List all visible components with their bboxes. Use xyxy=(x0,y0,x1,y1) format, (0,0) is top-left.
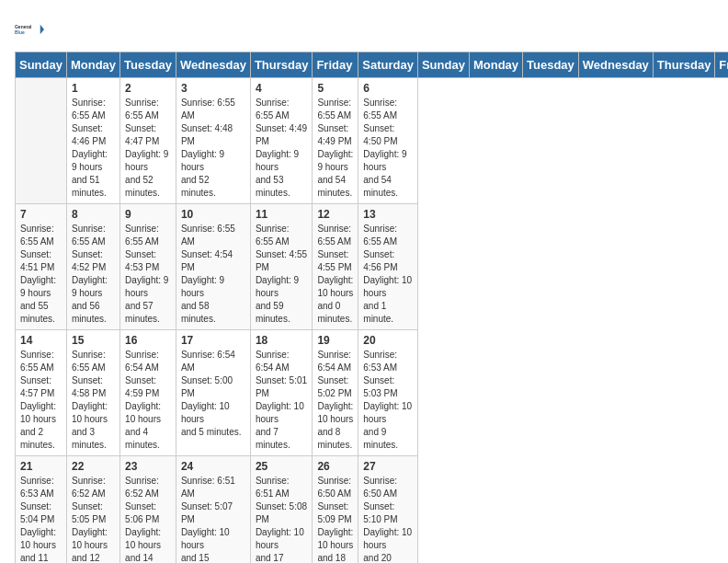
day-cell: 14Sunrise: 6:55 AM Sunset: 4:57 PM Dayli… xyxy=(16,330,67,456)
day-info: Sunrise: 6:55 AM Sunset: 4:57 PM Dayligh… xyxy=(20,349,62,452)
day-number: 13 xyxy=(363,208,413,221)
col-header-saturday: Saturday xyxy=(358,52,418,78)
day-info: Sunrise: 6:52 AM Sunset: 5:06 PM Dayligh… xyxy=(125,475,171,563)
day-number: 12 xyxy=(317,208,353,221)
col-header-wednesday: Wednesday xyxy=(578,52,653,78)
day-number: 5 xyxy=(317,82,353,95)
day-number: 20 xyxy=(363,334,413,347)
col-header-tuesday: Tuesday xyxy=(120,52,176,78)
col-header-wednesday: Wednesday xyxy=(176,52,250,78)
day-number: 6 xyxy=(363,82,413,95)
day-info: Sunrise: 6:53 AM Sunset: 5:04 PM Dayligh… xyxy=(20,475,62,563)
svg-text:General: General xyxy=(15,25,32,29)
day-number: 21 xyxy=(20,460,62,473)
day-info: Sunrise: 6:55 AM Sunset: 4:46 PM Dayligh… xyxy=(72,97,115,200)
day-info: Sunrise: 6:53 AM Sunset: 5:03 PM Dayligh… xyxy=(363,349,413,452)
day-number: 18 xyxy=(256,334,308,347)
day-info: Sunrise: 6:54 AM Sunset: 5:02 PM Dayligh… xyxy=(317,349,353,452)
day-number: 7 xyxy=(20,208,62,221)
col-header-friday: Friday xyxy=(313,52,358,78)
day-cell: 22Sunrise: 6:52 AM Sunset: 5:05 PM Dayli… xyxy=(66,456,119,564)
day-number: 26 xyxy=(317,460,353,473)
day-info: Sunrise: 6:55 AM Sunset: 4:49 PM Dayligh… xyxy=(256,97,308,200)
day-number: 25 xyxy=(256,460,308,473)
day-number: 4 xyxy=(256,82,308,95)
day-cell: 23Sunrise: 6:52 AM Sunset: 5:06 PM Dayli… xyxy=(120,456,176,564)
col-header-friday: Friday xyxy=(715,52,728,78)
day-cell: 24Sunrise: 6:51 AM Sunset: 5:07 PM Dayli… xyxy=(176,456,250,564)
day-info: Sunrise: 6:54 AM Sunset: 5:00 PM Dayligh… xyxy=(181,349,245,439)
svg-text:Blue: Blue xyxy=(15,30,25,35)
col-header-thursday: Thursday xyxy=(250,52,313,78)
day-number: 19 xyxy=(317,334,353,347)
week-row-4: 21Sunrise: 6:53 AM Sunset: 5:04 PM Dayli… xyxy=(16,456,729,564)
day-number: 10 xyxy=(181,208,245,221)
day-number: 2 xyxy=(125,82,171,95)
day-info: Sunrise: 6:55 AM Sunset: 4:58 PM Dayligh… xyxy=(72,349,115,452)
day-info: Sunrise: 6:55 AM Sunset: 4:55 PM Dayligh… xyxy=(256,223,308,326)
col-header-monday: Monday xyxy=(469,52,522,78)
col-header-sunday: Sunday xyxy=(417,52,469,78)
day-cell: 15Sunrise: 6:55 AM Sunset: 4:58 PM Dayli… xyxy=(66,330,119,456)
col-header-thursday: Thursday xyxy=(653,52,715,78)
day-info: Sunrise: 6:54 AM Sunset: 4:59 PM Dayligh… xyxy=(125,349,171,452)
day-info: Sunrise: 6:51 AM Sunset: 5:08 PM Dayligh… xyxy=(256,475,308,563)
day-cell: 1Sunrise: 6:55 AM Sunset: 4:46 PM Daylig… xyxy=(66,78,119,204)
day-cell: 20Sunrise: 6:53 AM Sunset: 5:03 PM Dayli… xyxy=(358,330,418,456)
day-info: Sunrise: 6:55 AM Sunset: 4:50 PM Dayligh… xyxy=(363,97,413,200)
day-info: Sunrise: 6:55 AM Sunset: 4:56 PM Dayligh… xyxy=(363,223,413,326)
calendar-table: SundayMondayTuesdayWednesdayThursdayFrid… xyxy=(15,52,728,563)
col-header-tuesday: Tuesday xyxy=(523,52,579,78)
week-row-3: 14Sunrise: 6:55 AM Sunset: 4:57 PM Dayli… xyxy=(16,330,729,456)
day-info: Sunrise: 6:55 AM Sunset: 4:47 PM Dayligh… xyxy=(125,97,171,200)
col-header-sunday: Sunday xyxy=(16,52,67,78)
week-row-1: 1Sunrise: 6:55 AM Sunset: 4:46 PM Daylig… xyxy=(16,78,729,204)
page-header: GeneralBlue xyxy=(15,15,713,44)
day-cell: 7Sunrise: 6:55 AM Sunset: 4:51 PM Daylig… xyxy=(16,204,67,330)
day-cell: 16Sunrise: 6:54 AM Sunset: 4:59 PM Dayli… xyxy=(120,330,176,456)
logo: GeneralBlue xyxy=(15,15,44,44)
day-info: Sunrise: 6:55 AM Sunset: 4:51 PM Dayligh… xyxy=(20,223,62,326)
day-cell: 6Sunrise: 6:55 AM Sunset: 4:50 PM Daylig… xyxy=(358,78,418,204)
day-info: Sunrise: 6:51 AM Sunset: 5:07 PM Dayligh… xyxy=(181,475,245,563)
day-cell: 12Sunrise: 6:55 AM Sunset: 4:55 PM Dayli… xyxy=(313,204,358,330)
day-number: 1 xyxy=(72,82,115,95)
day-cell xyxy=(16,78,67,204)
day-cell: 13Sunrise: 6:55 AM Sunset: 4:56 PM Dayli… xyxy=(358,204,418,330)
day-number: 24 xyxy=(181,460,245,473)
day-info: Sunrise: 6:55 AM Sunset: 4:52 PM Dayligh… xyxy=(72,223,115,326)
col-header-monday: Monday xyxy=(66,52,119,78)
day-cell: 3Sunrise: 6:55 AM Sunset: 4:48 PM Daylig… xyxy=(176,78,250,204)
day-cell: 5Sunrise: 6:55 AM Sunset: 4:49 PM Daylig… xyxy=(313,78,358,204)
day-number: 8 xyxy=(72,208,115,221)
day-cell: 8Sunrise: 6:55 AM Sunset: 4:52 PM Daylig… xyxy=(66,204,119,330)
day-number: 14 xyxy=(20,334,62,347)
day-cell: 4Sunrise: 6:55 AM Sunset: 4:49 PM Daylig… xyxy=(250,78,313,204)
day-cell: 17Sunrise: 6:54 AM Sunset: 5:00 PM Dayli… xyxy=(176,330,250,456)
day-number: 17 xyxy=(181,334,245,347)
day-number: 16 xyxy=(125,334,171,347)
day-info: Sunrise: 6:55 AM Sunset: 4:55 PM Dayligh… xyxy=(317,223,353,326)
day-number: 22 xyxy=(72,460,115,473)
day-info: Sunrise: 6:50 AM Sunset: 5:10 PM Dayligh… xyxy=(363,475,413,563)
day-cell: 21Sunrise: 6:53 AM Sunset: 5:04 PM Dayli… xyxy=(16,456,67,564)
day-number: 15 xyxy=(72,334,115,347)
day-cell: 2Sunrise: 6:55 AM Sunset: 4:47 PM Daylig… xyxy=(120,78,176,204)
day-info: Sunrise: 6:54 AM Sunset: 5:01 PM Dayligh… xyxy=(256,349,308,452)
day-number: 27 xyxy=(363,460,413,473)
logo-icon: GeneralBlue xyxy=(15,15,44,44)
day-info: Sunrise: 6:52 AM Sunset: 5:05 PM Dayligh… xyxy=(72,475,115,563)
svg-marker-2 xyxy=(40,25,44,35)
day-cell: 19Sunrise: 6:54 AM Sunset: 5:02 PM Dayli… xyxy=(313,330,358,456)
week-row-2: 7Sunrise: 6:55 AM Sunset: 4:51 PM Daylig… xyxy=(16,204,729,330)
day-number: 3 xyxy=(181,82,245,95)
day-number: 11 xyxy=(256,208,308,221)
day-info: Sunrise: 6:55 AM Sunset: 4:53 PM Dayligh… xyxy=(125,223,171,326)
day-cell: 25Sunrise: 6:51 AM Sunset: 5:08 PM Dayli… xyxy=(250,456,313,564)
day-cell: 18Sunrise: 6:54 AM Sunset: 5:01 PM Dayli… xyxy=(250,330,313,456)
day-cell: 26Sunrise: 6:50 AM Sunset: 5:09 PM Dayli… xyxy=(313,456,358,564)
day-cell: 27Sunrise: 6:50 AM Sunset: 5:10 PM Dayli… xyxy=(358,456,418,564)
day-info: Sunrise: 6:55 AM Sunset: 4:54 PM Dayligh… xyxy=(181,223,245,326)
day-number: 9 xyxy=(125,208,171,221)
day-cell: 11Sunrise: 6:55 AM Sunset: 4:55 PM Dayli… xyxy=(250,204,313,330)
